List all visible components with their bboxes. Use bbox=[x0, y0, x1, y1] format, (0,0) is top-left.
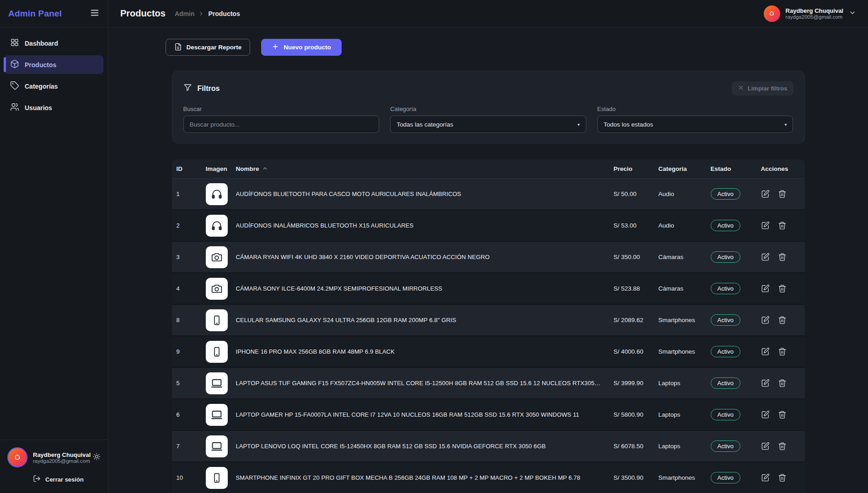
breadcrumb: Admin Productos bbox=[175, 10, 240, 17]
column-header-categoria: Categoría bbox=[659, 165, 711, 172]
product-id: 5 bbox=[177, 380, 206, 387]
edit-button[interactable] bbox=[761, 221, 770, 230]
phone-icon bbox=[206, 309, 228, 331]
avatar bbox=[764, 5, 780, 22]
sidebar-item-productos[interactable]: Productos bbox=[5, 55, 103, 74]
clear-filters-button[interactable]: Limpiar filtros bbox=[732, 81, 793, 95]
edit-button[interactable] bbox=[761, 316, 770, 324]
product-name: LAPTOP ASUS TUF GAMING F15 FX507ZC4-HN00… bbox=[236, 380, 614, 387]
theme-toggle-button[interactable] bbox=[93, 453, 101, 462]
search-input[interactable] bbox=[183, 116, 380, 133]
download-report-label: Descargar Reporte bbox=[187, 44, 242, 51]
new-product-label: Nuevo producto bbox=[284, 44, 331, 51]
delete-button[interactable] bbox=[778, 284, 787, 293]
product-name: SMARTPHONE INFINIX GT 20 PRO GIFT BOX ME… bbox=[236, 474, 614, 481]
product-price: S/ 4000.60 bbox=[614, 348, 659, 355]
column-header-nombre[interactable]: Nombre bbox=[236, 165, 614, 173]
delete-button[interactable] bbox=[778, 347, 787, 356]
product-price: S/ 6078.50 bbox=[614, 443, 659, 450]
delete-button[interactable] bbox=[778, 442, 787, 451]
product-id: 7 bbox=[177, 443, 206, 450]
product-price: S/ 2089.62 bbox=[614, 317, 659, 323]
column-header-id: ID bbox=[177, 165, 206, 172]
product-category: Laptops bbox=[659, 411, 711, 418]
new-product-button[interactable]: Nuevo producto bbox=[261, 39, 342, 56]
user-menu-button[interactable]: Raydberg Chuquival raydga2005@gmail.com bbox=[764, 5, 856, 22]
delete-button[interactable] bbox=[778, 410, 787, 419]
product-id: 9 bbox=[177, 348, 206, 355]
status-badge: Activo bbox=[711, 472, 740, 483]
delete-button[interactable] bbox=[778, 473, 787, 482]
delete-button[interactable] bbox=[778, 190, 787, 198]
status-select-value: Todos los estados bbox=[604, 121, 653, 128]
breadcrumb-root[interactable]: Admin bbox=[175, 10, 195, 17]
edit-button[interactable] bbox=[761, 347, 770, 356]
chevron-down-icon bbox=[849, 9, 856, 18]
status-badge: Activo bbox=[711, 283, 740, 294]
logout-button[interactable]: Cerrar sesión bbox=[33, 475, 84, 484]
sidebar-item-categorias[interactable]: Categorías bbox=[5, 77, 103, 95]
sort-asc-icon bbox=[262, 165, 268, 173]
table-row: 3 CÁMARA RYAN WIFI 4K UHD 3840 X 2160 VI… bbox=[172, 242, 805, 273]
product-name: CÁMARA RYAN WIFI 4K UHD 3840 X 2160 VIDE… bbox=[236, 254, 614, 260]
edit-button[interactable] bbox=[761, 379, 770, 387]
product-price: S/ 5800.90 bbox=[614, 411, 659, 418]
edit-button[interactable] bbox=[761, 190, 770, 198]
status-badge: Activo bbox=[711, 314, 740, 326]
category-select[interactable]: Todas las categorías ▾ bbox=[390, 116, 586, 133]
product-name: LAPTOP GAMER HP 15-FA0007LA INTEL CORE I… bbox=[236, 411, 614, 418]
product-id: 10 bbox=[177, 474, 206, 481]
edit-button[interactable] bbox=[761, 253, 770, 261]
hamburger-menu-button[interactable] bbox=[90, 8, 100, 19]
download-report-button[interactable]: Descargar Reporte bbox=[166, 39, 251, 56]
table-header: ID Imagen Nombre Precio Categoría Estado… bbox=[172, 159, 805, 179]
content: Descargar Reporte Nuevo producto bbox=[108, 27, 868, 493]
product-price: S/ 53.00 bbox=[614, 222, 659, 229]
edit-button[interactable] bbox=[761, 410, 770, 419]
user-name: Raydberg Chuquival bbox=[33, 451, 87, 458]
product-id: 8 bbox=[177, 317, 206, 323]
product-price: S/ 350.00 bbox=[614, 254, 659, 260]
phone-icon bbox=[206, 341, 228, 363]
search-label: Buscar bbox=[183, 106, 380, 112]
plus-icon bbox=[272, 43, 279, 52]
camera-icon bbox=[206, 246, 228, 268]
product-category: Audio bbox=[659, 222, 711, 229]
delete-button[interactable] bbox=[778, 221, 787, 230]
sidebar: Admin Panel Dashboard Productos bbox=[0, 0, 108, 493]
delete-button[interactable] bbox=[778, 253, 787, 261]
category-field-group: Categoría Todas las categorías ▾ bbox=[390, 106, 586, 133]
edit-button[interactable] bbox=[761, 473, 770, 482]
products-table-body: 1 AUDÍFONOS BLUETOOTH PARA CASCO MOTO AU… bbox=[172, 179, 805, 493]
sidebar-user-card: Raydberg Chuquival raydga2005@gmail.com bbox=[7, 447, 101, 467]
users-icon bbox=[10, 102, 19, 113]
product-name: CÁMARA SONY ILCE-6400M 24.2MPX SEMIPROFE… bbox=[236, 285, 614, 292]
main-area: Productos Admin Productos Raydberg Chuqu… bbox=[108, 0, 868, 493]
edit-button[interactable] bbox=[761, 442, 770, 451]
sidebar-item-dashboard[interactable]: Dashboard bbox=[5, 34, 103, 53]
product-category: Smartphones bbox=[659, 317, 711, 323]
delete-button[interactable] bbox=[778, 379, 787, 387]
logout-label: Cerrar sesión bbox=[45, 476, 84, 483]
table-row: 6 LAPTOP GAMER HP 15-FA0007LA INTEL CORE… bbox=[172, 399, 805, 431]
delete-button[interactable] bbox=[778, 316, 787, 324]
product-category: Cámaras bbox=[659, 254, 711, 260]
product-price: S/ 3500.90 bbox=[614, 474, 659, 481]
sidebar-item-usuarios[interactable]: Usuarios bbox=[5, 98, 103, 117]
filters-card: Filtros Limpiar filtros Buscar bbox=[172, 71, 805, 143]
column-header-acciones: Acciones bbox=[761, 165, 800, 172]
headphones-icon bbox=[206, 215, 228, 237]
edit-button[interactable] bbox=[761, 284, 770, 293]
status-select[interactable]: Todos los estados ▾ bbox=[597, 116, 793, 133]
sun-icon bbox=[93, 453, 101, 462]
logout-icon bbox=[33, 475, 41, 484]
status-badge: Activo bbox=[711, 346, 740, 357]
product-category: Laptops bbox=[659, 380, 711, 387]
status-badge: Activo bbox=[711, 409, 740, 420]
laptop-icon bbox=[206, 435, 228, 457]
avatar bbox=[7, 447, 27, 467]
tag-icon bbox=[10, 81, 19, 91]
headphones-icon bbox=[206, 183, 228, 205]
products-table: ID Imagen Nombre Precio Categoría Estado… bbox=[172, 159, 805, 493]
status-badge: Activo bbox=[711, 251, 740, 263]
